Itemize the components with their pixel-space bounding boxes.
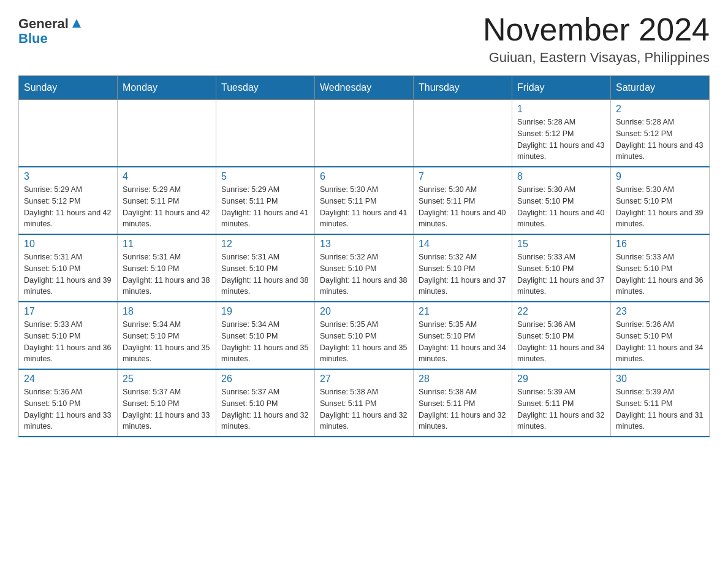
day-number: 4 (123, 171, 211, 182)
day-info: Sunrise: 5:30 AM Sunset: 5:10 PM Dayligh… (517, 184, 605, 230)
day-number: 13 (320, 239, 408, 250)
calendar-cell (315, 100, 414, 167)
calendar-cell: 25Sunrise: 5:37 AM Sunset: 5:10 PM Dayli… (118, 369, 216, 437)
calendar-cell: 13Sunrise: 5:32 AM Sunset: 5:10 PM Dayli… (315, 234, 414, 302)
calendar-header-sunday: Sunday (19, 76, 118, 100)
calendar-cell: 15Sunrise: 5:33 AM Sunset: 5:10 PM Dayli… (512, 234, 611, 302)
calendar-cell: 14Sunrise: 5:32 AM Sunset: 5:10 PM Dayli… (414, 234, 512, 302)
day-number: 30 (616, 373, 704, 385)
logo-triangle-icon (70, 17, 83, 30)
day-info: Sunrise: 5:37 AM Sunset: 5:10 PM Dayligh… (221, 386, 309, 432)
day-info: Sunrise: 5:30 AM Sunset: 5:11 PM Dayligh… (320, 184, 408, 230)
calendar-cell: 8Sunrise: 5:30 AM Sunset: 5:10 PM Daylig… (512, 167, 611, 234)
day-info: Sunrise: 5:35 AM Sunset: 5:10 PM Dayligh… (419, 319, 507, 365)
day-number: 24 (24, 373, 112, 385)
day-info: Sunrise: 5:39 AM Sunset: 5:11 PM Dayligh… (616, 386, 704, 432)
day-info: Sunrise: 5:29 AM Sunset: 5:11 PM Dayligh… (123, 184, 211, 230)
day-number: 6 (320, 171, 408, 182)
week-row-2: 3Sunrise: 5:29 AM Sunset: 5:12 PM Daylig… (19, 167, 710, 234)
day-number: 18 (123, 306, 211, 317)
calendar-cell: 26Sunrise: 5:37 AM Sunset: 5:10 PM Dayli… (216, 369, 315, 437)
day-number: 20 (320, 306, 408, 317)
calendar-header-friday: Friday (512, 76, 611, 100)
day-info: Sunrise: 5:34 AM Sunset: 5:10 PM Dayligh… (123, 319, 211, 365)
main-title: November 2024 (483, 12, 710, 47)
calendar-cell: 11Sunrise: 5:31 AM Sunset: 5:10 PM Dayli… (118, 234, 216, 302)
day-number: 15 (517, 239, 605, 250)
calendar-cell: 12Sunrise: 5:31 AM Sunset: 5:10 PM Dayli… (216, 234, 315, 302)
calendar-cell: 17Sunrise: 5:33 AM Sunset: 5:10 PM Dayli… (19, 302, 118, 369)
day-info: Sunrise: 5:38 AM Sunset: 5:11 PM Dayligh… (320, 386, 408, 432)
calendar-cell: 23Sunrise: 5:36 AM Sunset: 5:10 PM Dayli… (611, 302, 710, 369)
day-info: Sunrise: 5:29 AM Sunset: 5:11 PM Dayligh… (221, 184, 309, 230)
logo: General Blue (18, 12, 83, 47)
calendar-header-saturday: Saturday (611, 76, 710, 100)
week-row-1: 1Sunrise: 5:28 AM Sunset: 5:12 PM Daylig… (19, 100, 710, 167)
calendar-cell (19, 100, 118, 167)
calendar-cell: 20Sunrise: 5:35 AM Sunset: 5:10 PM Dayli… (315, 302, 414, 369)
calendar-cell: 29Sunrise: 5:39 AM Sunset: 5:11 PM Dayli… (512, 369, 611, 437)
day-info: Sunrise: 5:36 AM Sunset: 5:10 PM Dayligh… (24, 386, 112, 432)
logo-general-text: General (18, 16, 69, 32)
day-info: Sunrise: 5:32 AM Sunset: 5:10 PM Dayligh… (419, 251, 507, 297)
calendar-header-tuesday: Tuesday (216, 76, 315, 100)
week-row-5: 24Sunrise: 5:36 AM Sunset: 5:10 PM Dayli… (19, 369, 710, 437)
day-number: 22 (517, 306, 605, 317)
day-number: 2 (616, 104, 704, 115)
day-number: 5 (221, 171, 309, 182)
calendar-cell: 4Sunrise: 5:29 AM Sunset: 5:11 PM Daylig… (118, 167, 216, 234)
calendar-cell (414, 100, 512, 167)
svg-marker-0 (72, 19, 81, 28)
calendar-cell: 21Sunrise: 5:35 AM Sunset: 5:10 PM Dayli… (414, 302, 512, 369)
calendar-cell: 1Sunrise: 5:28 AM Sunset: 5:12 PM Daylig… (512, 100, 611, 167)
day-number: 28 (419, 373, 507, 385)
day-number: 16 (616, 239, 704, 250)
day-number: 3 (24, 171, 112, 182)
calendar-cell (216, 100, 315, 167)
calendar-cell: 30Sunrise: 5:39 AM Sunset: 5:11 PM Dayli… (611, 369, 710, 437)
day-number: 8 (517, 171, 605, 182)
day-info: Sunrise: 5:34 AM Sunset: 5:10 PM Dayligh… (221, 319, 309, 365)
day-info: Sunrise: 5:31 AM Sunset: 5:10 PM Dayligh… (123, 251, 211, 297)
calendar-header-monday: Monday (118, 76, 216, 100)
calendar-cell: 9Sunrise: 5:30 AM Sunset: 5:10 PM Daylig… (611, 167, 710, 234)
day-info: Sunrise: 5:29 AM Sunset: 5:12 PM Dayligh… (24, 184, 112, 230)
day-info: Sunrise: 5:36 AM Sunset: 5:10 PM Dayligh… (616, 319, 704, 365)
day-number: 10 (24, 239, 112, 250)
day-number: 1 (517, 104, 605, 115)
calendar-cell: 5Sunrise: 5:29 AM Sunset: 5:11 PM Daylig… (216, 167, 315, 234)
day-info: Sunrise: 5:30 AM Sunset: 5:10 PM Dayligh… (616, 184, 704, 230)
calendar-cell: 10Sunrise: 5:31 AM Sunset: 5:10 PM Dayli… (19, 234, 118, 302)
day-number: 25 (123, 373, 211, 385)
day-number: 17 (24, 306, 112, 317)
day-number: 19 (221, 306, 309, 317)
day-number: 21 (419, 306, 507, 317)
logo-blue-text: Blue (18, 31, 48, 47)
calendar-cell (118, 100, 216, 167)
day-number: 9 (616, 171, 704, 182)
day-number: 26 (221, 373, 309, 385)
week-row-3: 10Sunrise: 5:31 AM Sunset: 5:10 PM Dayli… (19, 234, 710, 302)
title-area: November 2024 Guiuan, Eastern Visayas, P… (483, 12, 710, 66)
calendar-cell: 16Sunrise: 5:33 AM Sunset: 5:10 PM Dayli… (611, 234, 710, 302)
calendar-header-row: SundayMondayTuesdayWednesdayThursdayFrid… (19, 76, 710, 100)
day-number: 27 (320, 373, 408, 385)
day-info: Sunrise: 5:37 AM Sunset: 5:10 PM Dayligh… (123, 386, 211, 432)
calendar-cell: 7Sunrise: 5:30 AM Sunset: 5:11 PM Daylig… (414, 167, 512, 234)
day-info: Sunrise: 5:39 AM Sunset: 5:11 PM Dayligh… (517, 386, 605, 432)
calendar-header-wednesday: Wednesday (315, 76, 414, 100)
day-info: Sunrise: 5:30 AM Sunset: 5:11 PM Dayligh… (419, 184, 507, 230)
calendar-cell: 27Sunrise: 5:38 AM Sunset: 5:11 PM Dayli… (315, 369, 414, 437)
calendar-cell: 3Sunrise: 5:29 AM Sunset: 5:12 PM Daylig… (19, 167, 118, 234)
calendar-cell: 28Sunrise: 5:38 AM Sunset: 5:11 PM Dayli… (414, 369, 512, 437)
day-number: 29 (517, 373, 605, 385)
calendar-cell: 19Sunrise: 5:34 AM Sunset: 5:10 PM Dayli… (216, 302, 315, 369)
week-row-4: 17Sunrise: 5:33 AM Sunset: 5:10 PM Dayli… (19, 302, 710, 369)
day-info: Sunrise: 5:28 AM Sunset: 5:12 PM Dayligh… (517, 117, 605, 163)
calendar-cell: 6Sunrise: 5:30 AM Sunset: 5:11 PM Daylig… (315, 167, 414, 234)
calendar-cell: 2Sunrise: 5:28 AM Sunset: 5:12 PM Daylig… (611, 100, 710, 167)
day-info: Sunrise: 5:31 AM Sunset: 5:10 PM Dayligh… (221, 251, 309, 297)
day-info: Sunrise: 5:33 AM Sunset: 5:10 PM Dayligh… (24, 319, 112, 365)
subtitle: Guiuan, Eastern Visayas, Philippines (483, 50, 710, 66)
day-info: Sunrise: 5:33 AM Sunset: 5:10 PM Dayligh… (517, 251, 605, 297)
